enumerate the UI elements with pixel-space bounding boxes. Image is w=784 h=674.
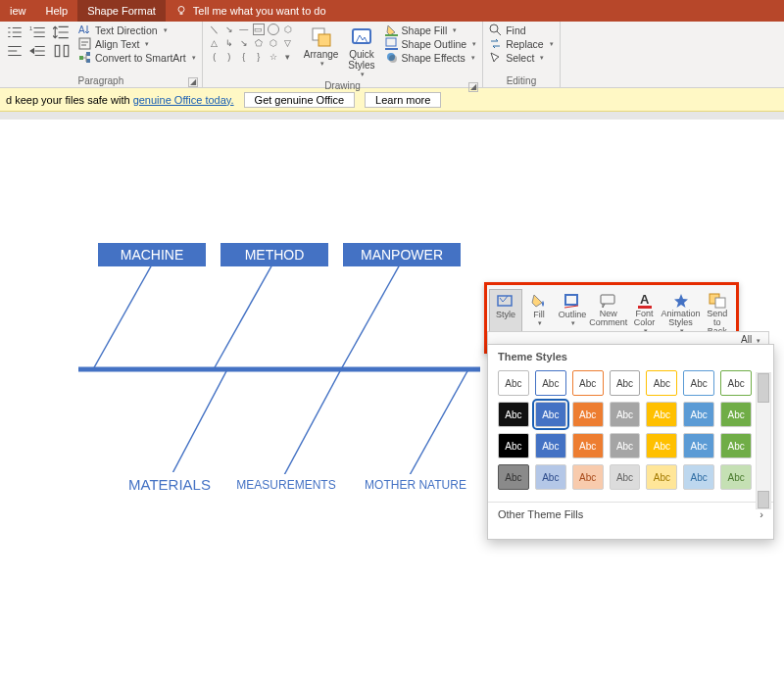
smartart-icon: [78, 51, 91, 64]
theme-swatch-3-1[interactable]: Abc: [535, 464, 566, 490]
theme-swatch-2-2[interactable]: Abc: [572, 433, 604, 458]
fill-tool-icon: [529, 292, 549, 310]
comment-icon: [599, 292, 618, 310]
svg-rect-8: [86, 59, 90, 63]
theme-swatch-0-3[interactable]: Abc: [610, 370, 641, 396]
tab-view[interactable]: iew: [0, 0, 36, 22]
svg-rect-25: [498, 296, 512, 306]
columns-icon[interactable]: [53, 42, 71, 60]
theme-swatch-1-1[interactable]: Abc: [535, 402, 566, 427]
theme-swatch-0-2[interactable]: Abc: [572, 370, 604, 396]
svg-line-22: [172, 369, 227, 475]
theme-swatch-2-4[interactable]: Abc: [646, 433, 677, 458]
svg-text:1: 1: [29, 25, 32, 31]
select-button[interactable]: Select▾: [489, 51, 554, 64]
shape-fill-button[interactable]: Shape Fill▾: [385, 24, 477, 36]
align-icon[interactable]: [6, 42, 24, 60]
style-tool-icon: [496, 292, 515, 310]
fishbone-bottom-2[interactable]: MEASUREMENTS: [227, 474, 345, 496]
theme-swatch-1-6[interactable]: Abc: [720, 402, 752, 427]
shape-effects-button[interactable]: Shape Effects▾: [385, 51, 477, 64]
svg-rect-27: [601, 295, 614, 304]
theme-swatch-2-3[interactable]: Abc: [610, 433, 641, 458]
indent-icon[interactable]: [29, 42, 47, 60]
theme-swatch-1-0[interactable]: Abc: [498, 402, 529, 427]
slide-area[interactable]: MACHINE METHOD MANPOWER MATERIALS MEASUR…: [0, 120, 784, 674]
theme-swatch-1-4[interactable]: Abc: [646, 402, 677, 427]
theme-swatch-0-0[interactable]: Abc: [498, 370, 529, 396]
text-direction-icon: A: [78, 24, 91, 36]
drawing-group-label: Drawing: [324, 80, 361, 91]
svg-rect-31: [715, 298, 725, 308]
themes-scrollbar[interactable]: [756, 372, 771, 509]
find-icon: [489, 24, 502, 36]
theme-swatch-2-5[interactable]: Abc: [683, 433, 714, 458]
theme-swatch-1-2[interactable]: Abc: [572, 402, 604, 427]
fishbone-bottom-1[interactable]: MATERIALS: [116, 472, 223, 497]
theme-swatch-2-6[interactable]: Abc: [720, 433, 752, 458]
tell-me-search[interactable]: Tell me what you want to do: [175, 5, 326, 17]
theme-swatch-3-2[interactable]: Abc: [572, 464, 604, 490]
font-color-icon: A: [635, 292, 655, 310]
svg-rect-7: [86, 52, 90, 56]
svg-line-20: [214, 265, 272, 369]
numbering-icon[interactable]: 1: [29, 24, 47, 41]
theme-swatch-0-1[interactable]: Abc: [535, 370, 566, 396]
find-button[interactable]: Find: [489, 24, 554, 36]
theme-swatch-3-5[interactable]: Abc: [683, 464, 714, 490]
fishbone-top-1[interactable]: MACHINE: [98, 243, 206, 266]
theme-swatch-0-6[interactable]: Abc: [720, 370, 752, 396]
svg-line-23: [284, 369, 341, 475]
msgbar-link[interactable]: genuine Office today.: [133, 94, 234, 106]
tab-shape-format[interactable]: Shape Format: [77, 0, 166, 22]
theme-swatch-1-5[interactable]: Abc: [683, 402, 714, 427]
msgbar-text: d keep your files safe with: [6, 94, 133, 106]
theme-swatch-1-3[interactable]: Abc: [610, 402, 641, 427]
svg-rect-11: [353, 29, 370, 43]
svg-rect-3: [64, 45, 69, 56]
quick-styles-button[interactable]: Quick Styles▾: [344, 24, 378, 80]
theme-swatch-2-1[interactable]: Abc: [535, 433, 566, 458]
fishbone-top-2[interactable]: METHOD: [220, 243, 328, 266]
theme-styles-title: Theme Styles: [488, 345, 773, 366]
shape-outline-button[interactable]: Shape Outline▾: [385, 37, 477, 50]
shapes-gallery[interactable]: ＼↘—▭⬡ △↳↘⬠⬡▽ (){}☆▾: [209, 24, 294, 63]
line-spacing-icon[interactable]: [53, 24, 71, 41]
shape-effects-icon: [385, 51, 398, 64]
theme-swatch-3-4[interactable]: Abc: [646, 464, 677, 490]
themes-scroll-thumb-top[interactable]: [758, 373, 769, 403]
theme-swatch-3-3[interactable]: Abc: [610, 464, 641, 490]
svg-point-17: [490, 24, 498, 32]
theme-styles-panel: Theme Styles AbcAbcAbcAbcAbcAbcAbcAbcAbc…: [487, 344, 774, 540]
theme-swatch-2-0[interactable]: Abc: [498, 433, 529, 458]
fishbone-top-3[interactable]: MANPOWER: [343, 243, 461, 266]
replace-button[interactable]: Replace▾: [489, 37, 554, 50]
paragraph-group-label: Paragraph: [78, 75, 124, 86]
outline-tool-icon: [563, 292, 582, 310]
bullets-icon[interactable]: [6, 24, 24, 41]
svg-text:A: A: [640, 292, 650, 307]
arrange-button[interactable]: Arrange▾: [300, 24, 343, 70]
theme-swatch-3-0[interactable]: Abc: [498, 464, 529, 490]
theme-swatch-0-5[interactable]: Abc: [683, 370, 714, 396]
learn-more-button[interactable]: Learn more: [365, 92, 441, 108]
convert-smartart-button[interactable]: Convert to SmartArt▾: [78, 51, 196, 64]
theme-swatch-0-4[interactable]: Abc: [646, 370, 677, 396]
editor-canvas: MACHINE METHOD MANPOWER MATERIALS MEASUR…: [0, 112, 784, 674]
get-genuine-button[interactable]: Get genuine Office: [244, 92, 356, 108]
text-direction-button[interactable]: AText Direction▾: [78, 24, 196, 36]
theme-swatch-3-6[interactable]: Abc: [720, 464, 752, 490]
fishbone-bottom-3[interactable]: MOTHER NATURE: [353, 474, 478, 496]
svg-rect-2: [55, 45, 60, 56]
svg-text:A: A: [78, 24, 85, 35]
themes-scroll-thumb-bottom[interactable]: [758, 491, 769, 508]
other-theme-fills[interactable]: Other Theme Fills›: [488, 502, 773, 526]
align-text-button[interactable]: Align Text▾: [78, 37, 196, 50]
replace-icon: [489, 37, 502, 50]
svg-rect-5: [79, 38, 90, 49]
svg-rect-26: [565, 295, 577, 305]
paragraph-launcher[interactable]: ◢: [188, 77, 198, 87]
svg-line-21: [341, 265, 400, 369]
tab-help[interactable]: Help: [36, 0, 78, 22]
drawing-launcher[interactable]: ◢: [468, 82, 478, 92]
